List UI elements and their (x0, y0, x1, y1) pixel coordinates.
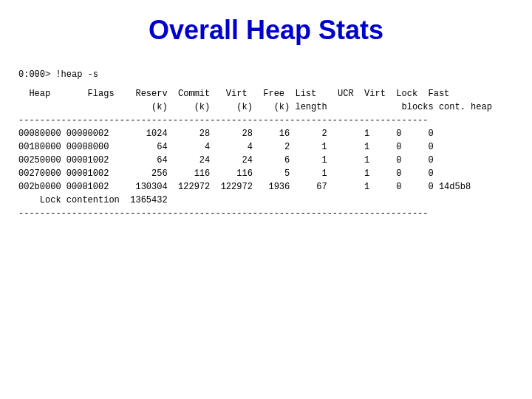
header-line2: (k) (k) (k) (k) length blocks cont. heap (18, 100, 514, 114)
table-row: 00080000 00000002 1024 28 28 16 2 1 0 0 (18, 127, 514, 140)
top-divider: ----------------------------------------… (18, 114, 514, 127)
table-row: 00270000 00001002 256 116 116 5 1 1 0 0 (18, 167, 514, 180)
table-row: 002b0000 00001002 130304 122972 122972 1… (18, 180, 514, 194)
terminal-output: 0:000> !heap -s Heap Flags Reserv Commit… (7, 68, 525, 220)
table-row: 00250000 00001002 64 24 24 6 1 1 0 0 (18, 154, 514, 167)
lock-contention: Lock contention 1365432 (18, 194, 514, 207)
main-page: Overall Heap Stats 0:000> !heap -s Heap … (0, 0, 532, 399)
page-title: Overall Heap Stats (149, 15, 383, 46)
header-line1: Heap Flags Reserv Commit Virt Free List … (18, 87, 514, 100)
table-row: 00180000 00008000 64 4 4 2 1 1 0 0 (18, 140, 514, 154)
bottom-divider: ----------------------------------------… (18, 207, 514, 220)
command-line: 0:000> !heap -s (18, 68, 514, 81)
